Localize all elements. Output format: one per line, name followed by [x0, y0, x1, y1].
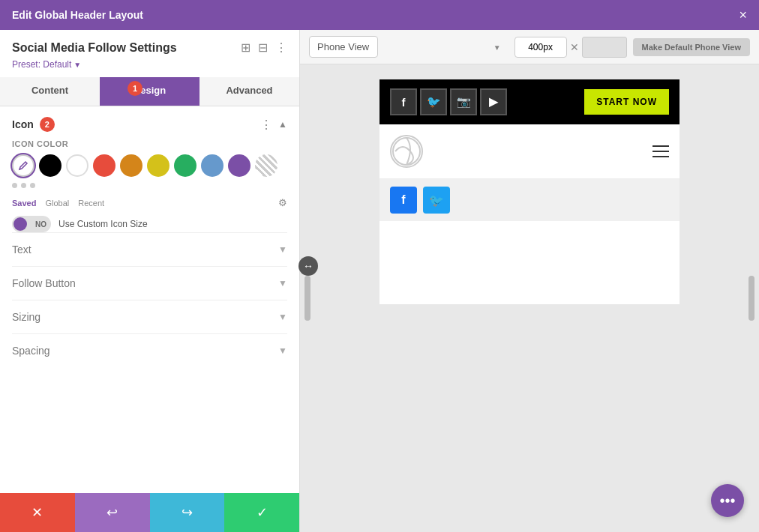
eyedropper-swatch[interactable] — [12, 154, 34, 177]
follow-button-header[interactable]: Follow Button ▼ — [12, 277, 287, 289]
tab-content[interactable]: Content — [0, 77, 100, 106]
white-swatch[interactable] — [66, 154, 88, 177]
spacing-header[interactable]: Spacing ▼ — [12, 345, 287, 357]
social-icons-row: f 🐦 📷 ▶ — [390, 88, 507, 115]
blue-swatch[interactable] — [201, 154, 224, 177]
left-scroll-handle — [304, 276, 310, 321]
redo-button[interactable]: ↪ — [150, 493, 225, 532]
logo-circle — [390, 135, 423, 168]
sizing-chevron-icon: ▼ — [278, 312, 287, 322]
start-now-button[interactable]: START NOW — [584, 89, 669, 115]
icon-color-label: Icon Color — [12, 139, 287, 148]
hamburger-line-1 — [652, 145, 669, 147]
purple-swatch[interactable] — [228, 154, 250, 177]
tab-badge: 1 — [128, 81, 142, 96]
width-clear-icon[interactable]: ✕ — [570, 41, 579, 53]
right-scroll-handle — [748, 276, 754, 321]
width-input[interactable] — [514, 37, 567, 58]
tab-design[interactable]: Design — [100, 77, 200, 106]
drag-arrows-icon: ↔ — [303, 260, 314, 272]
cancel-button[interactable]: ✕ — [0, 493, 75, 532]
bottom-bar: ✕ ↩ ↪ ✓ — [0, 493, 299, 532]
width-preview-box — [582, 37, 627, 58]
icon-more-icon[interactable]: ⋮ — [260, 118, 272, 132]
resize-icon[interactable]: ⊞ — [241, 40, 250, 55]
gear-icon[interactable]: ⚙ — [278, 197, 287, 208]
custom-size-toggle-row: NO Use Custom Icon Size — [12, 216, 287, 232]
modal-title: Edit Global Header Layout — [12, 9, 143, 21]
sizing-title: Sizing — [12, 311, 40, 323]
tabs-container: Content Design Advanced 1 — [0, 77, 299, 106]
preview-toolbar: Phone View ✕ Make Default Phone View — [300, 30, 759, 64]
default-phone-button[interactable]: Make Default Phone View — [633, 38, 750, 56]
panel-content: Icon 2 ⋮ ▲ Icon Color — [0, 106, 299, 493]
spacing-title: Spacing — [12, 345, 50, 357]
close-button[interactable]: × — [739, 8, 747, 22]
striped-swatch[interactable] — [255, 154, 278, 177]
icon-section-title: Icon — [12, 118, 34, 130]
color-swatches — [12, 154, 287, 177]
view-select[interactable]: Phone View — [309, 36, 378, 58]
text-section: Text ▼ — [12, 232, 287, 266]
view-select-wrapper: Phone View — [309, 36, 508, 58]
youtube-icon[interactable]: ▶ — [480, 88, 507, 115]
yellow-swatch[interactable] — [147, 154, 170, 177]
more-icon[interactable]: ⋮ — [275, 40, 287, 55]
undo-button[interactable]: ↩ — [75, 493, 150, 532]
facebook-icon[interactable]: f — [390, 88, 417, 115]
left-panel: Social Media Follow Settings ⊞ ⊟ ⋮ Prese… — [0, 30, 300, 532]
follow-button-section: Follow Button ▼ — [12, 266, 287, 300]
modal-container: Edit Global Header Layout × Social Media… — [0, 0, 759, 532]
second-social-row: f 🐦 — [380, 179, 680, 221]
toggle-text: NO — [35, 220, 46, 229]
recent-label[interactable]: Recent — [78, 199, 104, 208]
preview-phone: f 🐦 📷 ▶ START NOW — [380, 79, 680, 304]
red-swatch[interactable] — [93, 154, 116, 177]
fab-button[interactable]: ••• — [711, 484, 744, 517]
global-label[interactable]: Global — [45, 199, 69, 208]
save-button[interactable]: ✓ — [224, 493, 299, 532]
social-bar: f 🐦 📷 ▶ START NOW — [380, 79, 680, 124]
instagram-icon[interactable]: 📷 — [450, 88, 477, 115]
tab-advanced[interactable]: Advanced — [200, 77, 299, 106]
icon-section-header: Icon 2 ⋮ ▲ — [12, 117, 287, 132]
columns-icon[interactable]: ⊟ — [258, 40, 268, 55]
icon-section-toggle: ⋮ ▲ — [260, 118, 287, 132]
svg-point-1 — [393, 138, 420, 165]
svg-point-0 — [20, 169, 21, 170]
panel-title: Social Media Follow Settings — [12, 41, 177, 55]
twitter-icon[interactable]: 🐦 — [420, 88, 447, 115]
green-swatch[interactable] — [174, 154, 196, 177]
drag-handle[interactable]: ↔ — [298, 256, 318, 276]
saved-label[interactable]: Saved — [12, 199, 36, 208]
title-bar: Edit Global Header Layout × — [0, 0, 759, 30]
follow-chevron-icon: ▼ — [278, 278, 287, 288]
dot-2 — [21, 183, 26, 188]
main-area: Social Media Follow Settings ⊞ ⊟ ⋮ Prese… — [0, 30, 759, 532]
dot-3 — [30, 183, 35, 188]
panel-header: Social Media Follow Settings ⊞ ⊟ ⋮ — [0, 30, 299, 58]
icon-badge: 2 — [40, 117, 55, 132]
small-facebook-icon[interactable]: f — [390, 187, 417, 214]
dots-row — [12, 183, 287, 188]
black-swatch[interactable] — [39, 154, 62, 177]
small-twitter-icon[interactable]: 🐦 — [423, 187, 450, 214]
sizing-section: Sizing ▼ — [12, 300, 287, 333]
px-input-wrapper: ✕ — [514, 37, 627, 58]
icon-collapse-icon[interactable]: ▲ — [278, 119, 287, 130]
dot-1 — [12, 183, 17, 188]
saved-row: Saved Global Recent ⚙ — [12, 197, 287, 208]
custom-size-toggle[interactable]: NO — [12, 216, 51, 232]
text-chevron-icon: ▼ — [278, 244, 287, 255]
text-section-title: Text — [12, 244, 32, 256]
hamburger-menu[interactable] — [652, 145, 669, 157]
text-section-header[interactable]: Text ▼ — [12, 244, 287, 256]
preset-label[interactable]: Preset: Default — [0, 58, 299, 77]
panel-header-icons: ⊞ ⊟ ⋮ — [241, 40, 287, 55]
orange-swatch[interactable] — [120, 154, 142, 177]
custom-size-label: Use Custom Icon Size — [58, 219, 148, 229]
toggle-knob — [14, 217, 27, 231]
hamburger-line-2 — [652, 151, 669, 152]
follow-button-title: Follow Button — [12, 277, 76, 289]
sizing-header[interactable]: Sizing ▼ — [12, 311, 287, 323]
